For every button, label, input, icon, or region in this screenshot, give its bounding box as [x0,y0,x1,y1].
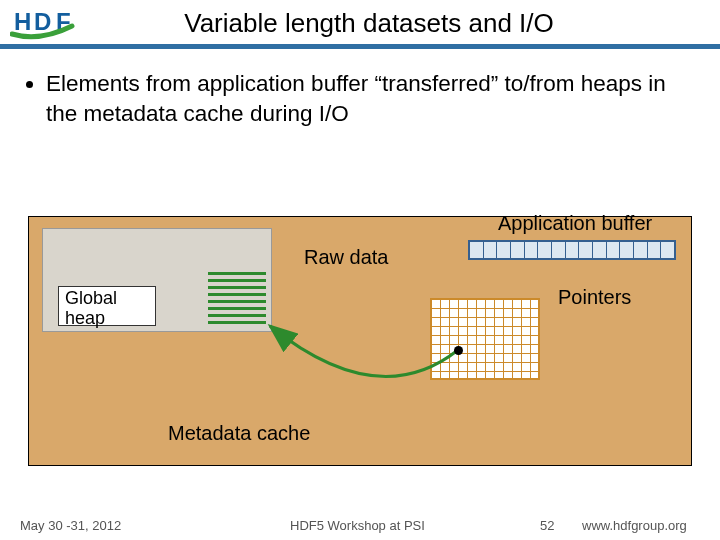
global-heap-box: Global heap [58,286,156,326]
slide-title: Variable length datasets and I/O [88,8,710,39]
heap-stripes-icon [208,272,266,328]
footer-page: 52 [540,518,554,533]
footer-event: HDF5 Workshop at PSI [290,518,425,533]
metadata-cache-label: Metadata cache [168,422,310,445]
app-buffer-label: Application buffer [498,212,652,235]
raw-data-label: Raw data [304,246,389,269]
diagram: Application buffer Raw data Global heap … [28,198,692,466]
pointers-label: Pointers [558,286,631,309]
pointer-grid [430,298,540,380]
footer-url: www.hdfgroup.org [582,518,687,533]
svg-text:D: D [34,8,51,35]
bullet-item: Elements from application buffer “transf… [46,69,696,130]
hdf-logo-icon: H D F [10,4,88,42]
svg-text:H: H [14,8,31,35]
slide-header: H D F Variable length datasets and I/O [0,0,720,42]
bullet-list: Elements from application buffer “transf… [0,49,720,130]
footer-date: May 30 -31, 2012 [20,518,121,533]
pointer-dot-icon [454,346,463,355]
slide-footer: May 30 -31, 2012 HDF5 Workshop at PSI 52… [0,510,720,540]
app-buffer-strip [468,240,676,260]
